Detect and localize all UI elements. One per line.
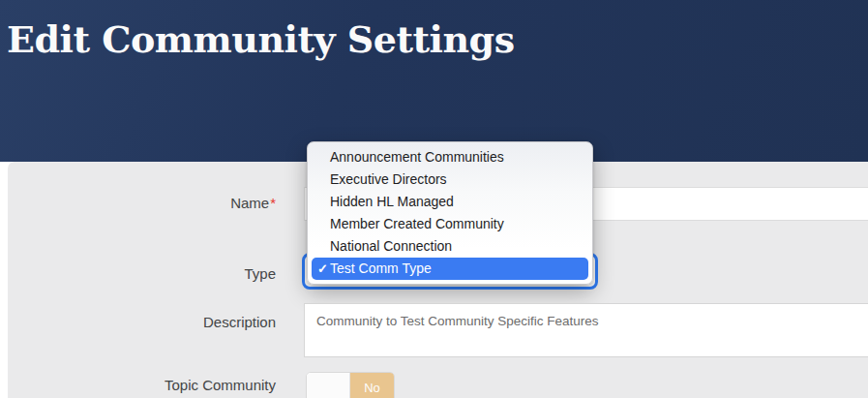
topic-community-field-label: Topic Community bbox=[82, 377, 276, 393]
name-label-text: Name bbox=[230, 195, 269, 211]
description-textarea[interactable]: Community to Test Community Specific Fea… bbox=[304, 303, 868, 357]
page-header: Edit Community Settings bbox=[0, 0, 868, 162]
dropdown-option[interactable]: Executive Directors bbox=[308, 168, 592, 191]
type-label-text: Type bbox=[244, 265, 276, 282]
topic-community-label-text: Topic Community bbox=[165, 377, 276, 393]
type-field-label: Type bbox=[82, 265, 276, 282]
name-field-label: Name* bbox=[82, 195, 276, 211]
description-field-label: Description bbox=[82, 314, 276, 330]
toggle-knob bbox=[307, 373, 350, 398]
page-title: Edit Community Settings bbox=[7, 17, 515, 61]
toggle-off-label: No bbox=[350, 373, 394, 398]
topic-community-toggle[interactable]: No bbox=[306, 372, 395, 398]
dropdown-option[interactable]: Hidden HL Managed bbox=[308, 191, 592, 213]
checkmark-icon: ✓ bbox=[315, 258, 330, 280]
dropdown-option-label: Member Created Community bbox=[330, 216, 504, 231]
dropdown-option-label: Announcement Communities bbox=[330, 149, 504, 165]
dropdown-option[interactable]: Announcement Communities bbox=[308, 146, 592, 168]
dropdown-option[interactable]: ✓Test Comm Type bbox=[312, 258, 588, 280]
type-dropdown-menu: Announcement CommunitiesExecutive Direct… bbox=[307, 141, 593, 285]
dropdown-option-label: Executive Directors bbox=[330, 171, 447, 187]
required-asterisk: * bbox=[270, 195, 276, 211]
edit-community-settings-page: Edit Community Settings Name* Type Annou… bbox=[0, 0, 868, 398]
dropdown-option[interactable]: National Connection bbox=[308, 235, 592, 258]
dropdown-option-label: Test Comm Type bbox=[330, 260, 432, 276]
dropdown-option-label: Hidden HL Managed bbox=[330, 194, 454, 209]
description-label-text: Description bbox=[203, 314, 276, 330]
dropdown-option-label: National Connection bbox=[330, 238, 452, 254]
dropdown-option[interactable]: Member Created Community bbox=[308, 213, 592, 235]
